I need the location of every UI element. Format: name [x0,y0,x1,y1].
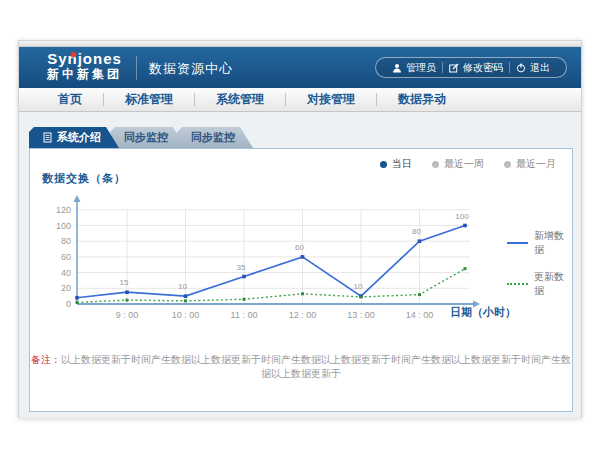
nav-item-data-change[interactable]: 数据异动 [377,91,467,108]
document-icon [43,132,52,143]
x-axis-title: 日期（小时） [450,305,516,320]
range-option-today[interactable]: 当日 [380,157,412,171]
svg-text:100: 100 [455,212,469,221]
svg-text:20: 20 [61,283,71,293]
power-icon [516,63,526,73]
range-option-label: 最近一周 [444,157,484,171]
svg-text:60: 60 [61,252,71,262]
admin-user-label: 管理员 [406,61,436,75]
person-icon [392,63,402,73]
logo-text-en: Synjones [47,51,122,68]
tab-system-intro[interactable]: 系统介绍 [29,127,119,148]
edit-icon [449,63,459,73]
svg-text:14 : 00: 14 : 00 [406,310,434,320]
radio-dot-icon [432,161,439,168]
chart-panel: 当日 最近一周 最近一月 数据交换（条） 0204060801001209 : … [29,148,573,412]
main-nav: 首页 标准管理 系统管理 对接管理 数据异动 [19,88,581,112]
app-window: Synjones 新中新集团 数据资源中心 管理员 修改密码 退出 [18,40,582,418]
brand-logo: Synjones 新中新集团 [47,51,122,81]
change-password-button[interactable]: 修改密码 [443,61,509,75]
range-selector: 当日 最近一周 最近一月 [380,157,556,171]
chart-legend: 新增数据 更新数据 [507,229,572,298]
screenshot-canvas: Synjones 新中新集团 数据资源中心 管理员 修改密码 退出 [0,0,600,450]
tab-label: 同步监控 [191,127,235,148]
admin-user-button[interactable]: 管理员 [386,61,442,75]
footnote: 备注：以上数据更新于时间产生数据以上数据更新于时间产生数据以上数据更新于时间产生… [30,353,572,381]
user-menu: 管理员 修改密码 退出 [375,57,567,78]
footnote-label: 备注： [31,354,61,365]
legend-item-new-data: 新增数据 [507,229,572,257]
svg-text:120: 120 [56,205,71,215]
svg-text:15: 15 [120,278,129,287]
logo-text-cn: 新中新集团 [47,68,122,81]
nav-item-system-mgmt[interactable]: 系统管理 [195,91,285,108]
svg-text:11 : 00: 11 : 00 [231,310,258,320]
tab-sync-monitor-2[interactable]: 同步监控 [177,127,253,148]
svg-text:12 : 00: 12 : 00 [289,310,317,320]
radio-dot-icon [504,161,511,168]
nav-item-interface-mgmt[interactable]: 对接管理 [286,91,376,108]
app-title: 数据资源中心 [149,60,233,78]
tab-label: 同步监控 [124,127,168,148]
svg-text:10 : 00: 10 : 00 [172,310,200,320]
tab-label: 系统介绍 [57,127,101,148]
dotted-line-icon [507,283,528,285]
svg-text:80: 80 [61,236,71,246]
svg-text:40: 40 [61,268,71,278]
range-option-last-week[interactable]: 最近一周 [432,157,484,171]
app-header: Synjones 新中新集团 数据资源中心 管理员 修改密码 退出 [19,47,581,88]
footnote-text: 以上数据更新于时间产生数据以上数据更新于时间产生数据以上数据更新于时间产生数据以… [61,354,571,379]
svg-text:10: 10 [178,282,187,291]
svg-text:10: 10 [354,282,363,291]
range-option-label: 当日 [392,157,412,171]
logout-button[interactable]: 退出 [510,61,556,75]
svg-text:100: 100 [56,221,71,231]
svg-text:0: 0 [66,299,71,309]
content-area: 系统介绍 同步监控 同步监控 当日 最近一周 [19,112,581,418]
radio-dot-icon [380,161,387,168]
svg-text:9 : 00: 9 : 00 [116,310,139,320]
tab-bar: 系统介绍 同步监控 同步监控 [29,127,253,148]
tab-sync-monitor-1[interactable]: 同步监控 [110,127,186,148]
header-divider [136,56,137,80]
range-option-label: 最近一月 [516,157,556,171]
range-option-last-month[interactable]: 最近一月 [504,157,556,171]
svg-text:13 : 00: 13 : 00 [347,310,375,320]
svg-text:35: 35 [237,263,246,272]
legend-item-updated-data: 更新数据 [507,270,572,298]
svg-text:80: 80 [412,227,421,236]
logout-label: 退出 [530,61,550,75]
legend-label: 更新数据 [534,270,572,298]
nav-item-home[interactable]: 首页 [37,91,103,108]
svg-text:60: 60 [295,243,304,252]
nav-item-standard-mgmt[interactable]: 标准管理 [104,91,194,108]
legend-label: 新增数据 [534,229,572,257]
change-password-label: 修改密码 [463,61,503,75]
solid-line-icon [507,242,528,244]
